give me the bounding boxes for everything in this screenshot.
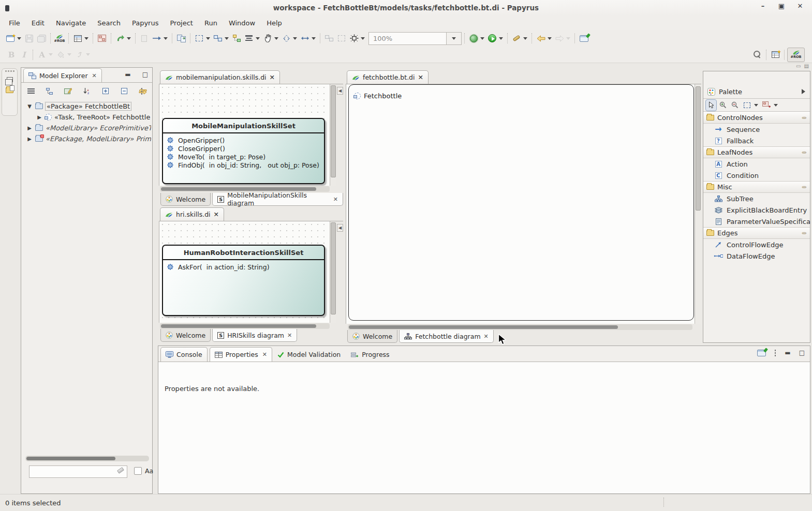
tree-item-modellibrary-ecoreprimitivetyp[interactable]: ▶«ModelLibrary» EcorePrimitiveTyp — [22, 123, 151, 133]
note-tool-button[interactable] — [761, 100, 772, 111]
tree-item-package-fetchbottlebt[interactable]: ▼«Package» FetchbottleBt — [22, 101, 151, 112]
menu-edit[interactable]: Edit — [26, 18, 50, 28]
sort-button[interactable]: az — [81, 85, 93, 97]
collapse-palette-button[interactable]: ◀ — [337, 224, 343, 232]
line-style-dropdown[interactable] — [86, 53, 90, 56]
palette-group-edges[interactable]: Edges«» — [703, 227, 810, 239]
close-diagram-tab-icon[interactable]: ✕ — [287, 332, 292, 339]
drag-handle[interactable] — [5, 70, 14, 72]
minimize-window-button[interactable]: – — [758, 2, 767, 10]
restore-panel-icon[interactable] — [7, 77, 13, 82]
maximize-view-button[interactable]: □ — [142, 71, 148, 78]
menu-help[interactable]: Help — [261, 18, 288, 28]
horizontal-arrow-dropdown[interactable] — [312, 37, 316, 40]
close-view-tab-icon[interactable]: ✕ — [261, 351, 267, 358]
palette-item-subtree[interactable]: SubTree — [703, 193, 810, 204]
gesture-dropdown[interactable] — [274, 37, 278, 40]
palette-group-misc[interactable]: Misc«» — [703, 181, 810, 193]
skills-diagram-canvas[interactable]: MobileManipulationSkillSet OpenGripper()… — [159, 84, 330, 186]
gesture-tool-button[interactable] — [262, 32, 273, 44]
tree-item-task-treeroot-fetchbottle[interactable]: ▶«Task, TreeRoot» Fetchbottle — [22, 112, 151, 123]
zoom-level-input[interactable] — [368, 32, 446, 45]
select-shapes-button[interactable] — [194, 32, 205, 44]
collapsed-expander-icon[interactable]: ▶ — [36, 114, 42, 120]
maximize-window-button[interactable]: ▣ — [777, 2, 786, 10]
align-button[interactable] — [243, 32, 255, 44]
zoom-fit-dropdown[interactable] — [361, 37, 365, 40]
hri-hscrollbar[interactable] — [160, 323, 330, 329]
operation-row[interactable]: OpenGripper() — [167, 136, 320, 144]
palette-item-condition[interactable]: CCondition — [703, 170, 810, 181]
case-sensitive-checkbox[interactable] — [134, 467, 142, 475]
external-tools-dropdown[interactable] — [523, 37, 527, 40]
sync-diagram-button[interactable] — [175, 32, 187, 44]
view-tab-console[interactable]: Console — [160, 347, 208, 362]
routing-button[interactable] — [231, 32, 242, 44]
fill-color-button[interactable] — [55, 49, 66, 61]
font-color-button[interactable]: A — [36, 49, 48, 61]
palette-header[interactable]: Palette — [703, 85, 810, 99]
minimize-view-button[interactable]: ▬ — [785, 349, 790, 356]
edit-table-button[interactable] — [63, 85, 74, 97]
zoom-level-dropdown[interactable] — [446, 32, 462, 45]
new-table-button[interactable] — [72, 32, 83, 44]
view-tab-progress[interactable]: Progress — [346, 348, 394, 362]
view-menu-icon[interactable] — [774, 349, 776, 356]
font-color-dropdown[interactable] — [49, 53, 53, 56]
expand-all-button[interactable] — [100, 85, 111, 97]
apply-arrow-button[interactable] — [151, 32, 163, 44]
menu-window[interactable]: Window — [223, 18, 261, 28]
new-wizard-button[interactable]: ★ — [5, 32, 16, 44]
forward-button[interactable] — [554, 32, 565, 44]
operation-row[interactable]: CloseGripper() — [167, 144, 320, 153]
operation-row[interactable]: MoveTo( in target_p: Pose) — [167, 153, 320, 161]
save-button[interactable] — [23, 32, 35, 44]
zoom-out-tool-button[interactable] — [730, 100, 740, 111]
menu-run[interactable]: Run — [199, 18, 223, 28]
collapse-all-button[interactable] — [119, 85, 130, 97]
tree-item-epackage-modellibrary-primitiv[interactable]: ▶«EPackage, ModelLibrary» Primitiv — [22, 133, 151, 144]
expanded-expander-icon[interactable]: ▼ — [26, 103, 33, 109]
classbox-mobilemanipulation[interactable]: MobileManipulationSkillSet OpenGripper()… — [162, 118, 325, 184]
palette-item-sequence[interactable]: →Sequence — [703, 124, 810, 135]
collapsed-expander-icon[interactable]: ▶ — [26, 136, 33, 142]
maximize-minimized-icon[interactable]: ▤ — [804, 63, 809, 69]
select-shapes-dropdown[interactable] — [206, 37, 210, 40]
filter-input[interactable] — [29, 465, 127, 478]
list-view-button[interactable] — [25, 85, 37, 97]
palette-item-dataflowedge[interactable]: DataFlowEdge — [703, 250, 810, 262]
restore-minimized-icon[interactable]: ▭ — [796, 63, 801, 69]
run-dropdown[interactable] — [499, 37, 503, 40]
close-window-button[interactable]: ✕ — [795, 2, 805, 10]
skills-vscrollbar[interactable] — [330, 84, 336, 186]
back-dropdown[interactable] — [548, 37, 552, 40]
line-style-button[interactable]: ℐ — [73, 49, 85, 61]
marquee-tool-button[interactable] — [742, 100, 752, 111]
new-table-dropdown[interactable] — [84, 37, 88, 40]
classbox-hri[interactable]: HumanRobotInteractionSkillSet AskFor( in… — [162, 245, 325, 316]
palette-collapse-icon[interactable] — [802, 89, 806, 94]
explorer-hscrollbar[interactable] — [25, 456, 149, 461]
view-tab-model-validation[interactable]: Model Validation — [272, 348, 346, 362]
diagram-tab-hriskills-diagram[interactable]: SHRISkills diagram✕ — [212, 329, 297, 342]
diagram-tab-welcome[interactable]: Welcome — [160, 193, 211, 206]
operation-row[interactable]: FindObj( in obj_id: String, out obj_p: P… — [167, 161, 320, 169]
diagram-tab-mobilemanipulationskills-diagram[interactable]: SMobileManipulationSkills diagram✕ — [212, 193, 343, 206]
pin-group-icon[interactable]: «» — [802, 184, 807, 190]
bt-diagram-canvas[interactable]: Fetchbottle — [346, 84, 695, 324]
minimize-view-button[interactable]: ▬ — [125, 71, 130, 78]
palette-item-action[interactable]: AAction — [703, 158, 810, 170]
debug-dropdown[interactable] — [480, 37, 484, 40]
menu-search[interactable]: Search — [92, 18, 126, 28]
new-diagram-button[interactable] — [96, 32, 108, 44]
debug-button[interactable] — [468, 32, 479, 44]
rob-perspective-button[interactable]: #ROB — [787, 48, 805, 62]
undo-dropdown[interactable] — [127, 37, 131, 40]
diagram-tab-welcome[interactable]: Welcome — [160, 329, 211, 342]
palette-item-controlflowedge[interactable]: ControlFlowEdge — [703, 239, 810, 250]
hri-vscrollbar[interactable] — [330, 221, 336, 323]
open-file-icon[interactable] — [6, 87, 13, 93]
model-explorer-tab[interactable]: Model Explorer ✕ — [23, 68, 102, 82]
close-editor-icon[interactable]: ✕ — [214, 211, 219, 218]
bt-root-frame[interactable]: Fetchbottle — [348, 84, 694, 321]
